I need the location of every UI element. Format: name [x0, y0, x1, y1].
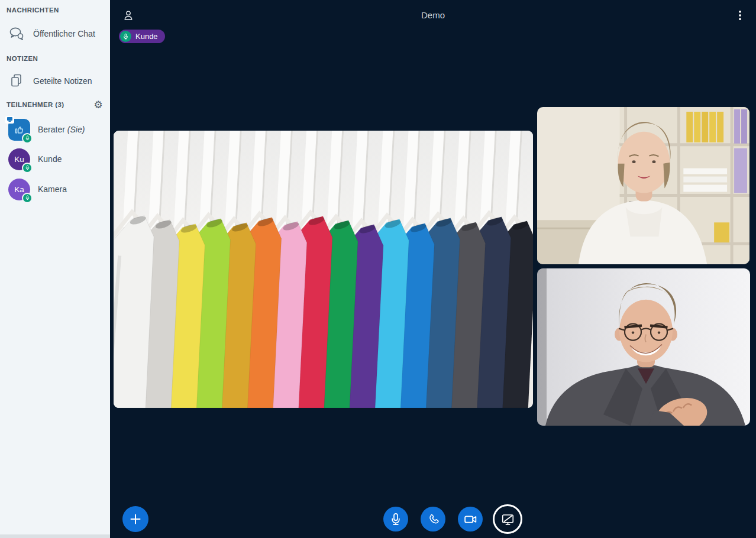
participant-row-berater[interactable]: Berater (Sie) — [8, 118, 106, 141]
plus-icon — [128, 512, 143, 526]
leave-audio-button[interactable] — [421, 507, 445, 531]
phone-icon — [427, 513, 440, 526]
meeting-title: Demo — [110, 10, 756, 20]
video-camera-icon — [463, 512, 478, 527]
shared-notes-label: Geteilte Notizen — [33, 76, 92, 86]
screen-share-button[interactable] — [493, 504, 522, 534]
avatar-berater — [8, 119, 30, 141]
unmuted-mic-badge — [22, 163, 33, 173]
participant-name: Kunde — [38, 154, 62, 164]
notes-section-header: NOTIZEN — [7, 55, 38, 62]
shared-notes-icon — [7, 73, 26, 89]
sidebar: NACHRICHTEN Öffentlicher Chat NOTIZEN — [0, 0, 110, 538]
participant-name: Kamera — [38, 184, 67, 194]
meeting-window: NACHRICHTEN Öffentlicher Chat NOTIZEN — [0, 0, 756, 538]
presentation-slide-tshirts[interactable] — [114, 131, 533, 408]
unmuted-mic-badge — [22, 193, 33, 203]
public-chat-label: Öffentlicher Chat — [33, 29, 95, 38]
participants-section-header: TEILNEHMER (3) — [7, 101, 64, 108]
mute-microphone-button[interactable] — [383, 507, 408, 531]
chat-icon — [7, 25, 26, 43]
microphone-icon — [389, 512, 403, 526]
webcam-tile-woman[interactable] — [537, 107, 749, 264]
presenter-icon — [5, 116, 14, 124]
actions-plus-button[interactable] — [122, 506, 148, 532]
kebab-menu-icon — [735, 9, 745, 21]
participant-row-kunde[interactable]: Ku Kunde — [8, 148, 106, 170]
stop-webcam-button[interactable] — [458, 507, 483, 531]
sidebar-item-shared-notes[interactable]: Geteilte Notizen — [7, 69, 106, 93]
screen-share-off-icon — [500, 512, 515, 527]
avatar-kunde: Ku — [8, 148, 30, 170]
talking-indicator-label: Kunde — [135, 32, 158, 41]
webcam-video-woman — [537, 107, 749, 264]
webcam-tile-man[interactable] — [537, 268, 750, 426]
sidebar-item-public-chat[interactable]: Öffentlicher Chat — [7, 22, 106, 46]
participant-row-kamera[interactable]: Ka Kamera — [8, 178, 106, 200]
manage-participants-gear-icon[interactable]: ⚙ — [91, 98, 105, 112]
participant-name: Berater (Sie) — [38, 125, 85, 134]
options-menu-button[interactable] — [731, 7, 749, 24]
webcam-video-man — [537, 268, 750, 426]
talking-mic-icon — [120, 31, 131, 42]
messages-section-header: NACHRICHTEN — [7, 7, 59, 14]
avatar-kamera: Ka — [8, 179, 30, 200]
talking-indicator-kunde[interactable]: Kunde — [119, 30, 165, 43]
unmuted-mic-badge — [22, 133, 33, 144]
